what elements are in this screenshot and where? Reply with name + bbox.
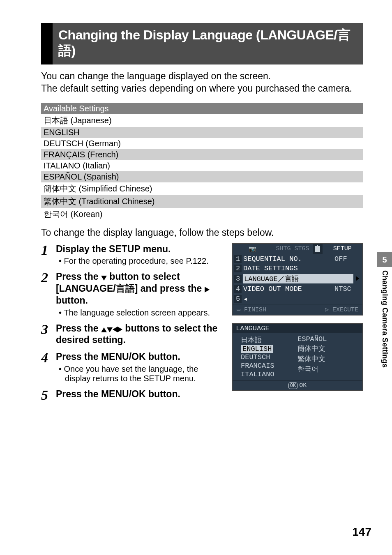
step-title: Press the button to select [LANGUAGE/言語]… <box>56 271 225 306</box>
chapter-label: Changing Camera Settings <box>380 270 389 368</box>
lcd-tab-setup: SETUP <box>323 244 362 254</box>
lcd-tab-camera-icon: 📷 <box>233 244 272 254</box>
settings-row: 簡体中文 (Simplified Chinese) <box>41 182 363 195</box>
settings-header: Available Settings <box>41 103 363 114</box>
chapter-number: 5 <box>377 252 392 267</box>
step-1: 1 Display the SETUP menu. • For the oper… <box>41 243 225 266</box>
settings-row: 繁体中文 (Traditional Chinese) <box>41 195 363 208</box>
step-number: 5 <box>41 388 56 402</box>
content-columns: 1 Display the SETUP menu. • For the oper… <box>41 243 363 407</box>
settings-row: ENGLISH <box>41 127 363 138</box>
step-number: 4 <box>41 351 56 383</box>
steps-column: 1 Display the SETUP menu. • For the oper… <box>41 243 225 407</box>
language-menu-screenshot: LANGUAGE 日本語 ENGLISH DEUTSCH FRANCAIS IT… <box>232 323 363 391</box>
right-arrow-icon <box>118 327 122 332</box>
step-title: Press the MENU/OK button. <box>56 351 225 363</box>
lang-option: DEUTSCH <box>241 353 297 362</box>
section-title: Changing the Display Language (LANGUAGE/… <box>53 23 363 64</box>
lcd-label: VIDEO OUT MODE <box>243 285 334 293</box>
lcd-idx: 1 <box>234 255 242 263</box>
down-arrow-icon <box>107 327 113 332</box>
settings-row: 日本語 (Japanese) <box>41 114 363 127</box>
up-arrow-icon <box>101 327 107 332</box>
ok-badge-icon: OK <box>288 382 297 389</box>
lcd-row: 2DATE SETTINGS <box>233 264 362 273</box>
settings-row: 한국어 (Korean) <box>41 208 363 221</box>
lcd-label: LANGUAGE／言語 <box>243 274 353 283</box>
step-sub: • Once you have set the language, the di… <box>56 364 225 383</box>
lcd2-footer: OKOK <box>233 380 362 390</box>
lcd-row: 5◂ <box>233 294 362 304</box>
title-accent-bar <box>41 23 53 64</box>
lcd2-header: LANGUAGE <box>233 324 362 333</box>
settings-row: DEUTSCH (German) <box>41 138 363 149</box>
lang-option: ESPAÑOL <box>297 335 354 343</box>
lcd-idx: 5 <box>234 295 242 303</box>
lcd-idx: 4 <box>234 285 242 293</box>
lcd-footer-left: ▭ FINISH <box>237 306 266 313</box>
side-chapter-tab: 5 Changing Camera Settings <box>377 252 392 368</box>
lcd2-grid: 日本語 ENGLISH DEUTSCH FRANCAIS ITALIANO ES… <box>233 333 362 380</box>
lang-option: 한국어 <box>297 364 354 374</box>
lcd-tab-shtg: SHTG STGS <box>272 244 312 254</box>
lcd-footer-right: ▷ EXECUTE <box>325 306 358 313</box>
step-text: Press the <box>56 323 101 334</box>
step-3: 3 Press the buttons to select the desire… <box>41 322 225 346</box>
step-text: Press the <box>56 271 101 282</box>
step-number: 1 <box>41 243 56 266</box>
step-number: 2 <box>41 271 56 317</box>
step-number: 3 <box>41 322 56 346</box>
lang-option-selected: ENGLISH <box>241 345 273 353</box>
settings-row: FRANÇAIS (French) <box>41 149 363 160</box>
intro-line-2: The default setting varies depending on … <box>41 83 352 94</box>
right-arrow-icon <box>205 287 210 292</box>
step-sub: • The language selection screen appears. <box>56 308 225 318</box>
down-arrow-icon <box>101 276 107 281</box>
lcd-label: DATE SETTINGS <box>243 265 334 272</box>
lcd-tab-tool-icon <box>313 244 323 254</box>
lcd-idx: 3 <box>234 275 242 283</box>
lcd-row-selected: 3LANGUAGE／言語 <box>233 273 362 284</box>
manual-page: Changing the Display Language (LANGUAGE/… <box>0 0 392 555</box>
intro-text: You can change the language displayed on… <box>41 70 363 95</box>
step-4: 4 Press the MENU/OK button. • Once you h… <box>41 351 225 383</box>
lang-col-2: ESPAÑOL 簡体中文 繁体中文 한국어 <box>297 335 354 379</box>
right-triangle-icon <box>356 276 359 281</box>
steps-lead: To change the display language, follow t… <box>41 227 363 238</box>
step-2: 2 Press the button to select [LANGUAGE/言… <box>41 271 225 317</box>
lcd-value: NTSC <box>334 285 359 293</box>
lcd-label: ◂ <box>243 295 359 303</box>
left-arrow-icon <box>113 327 118 332</box>
setup-menu-screenshot: 📷 SHTG STGS SETUP 1SEQUENTIAL NO.OFF 2DA… <box>232 243 363 315</box>
intro-line-1: You can change the language displayed on… <box>41 71 271 81</box>
hammer-icon <box>315 246 320 252</box>
settings-row: ESPAÑOL (Spanish) <box>41 171 363 182</box>
step-title: Press the MENU/OK button. <box>56 388 225 400</box>
lcd-footer: ▭ FINISH ▷ EXECUTE <box>233 304 362 315</box>
lang-option: ITALIANO <box>241 370 297 379</box>
lcd-tabs: 📷 SHTG STGS SETUP <box>233 244 362 254</box>
step-sub: • For the operating procedure, see P.122… <box>56 256 225 266</box>
lcd-row: 1SEQUENTIAL NO.OFF <box>233 254 362 264</box>
lang-col-1: 日本語 ENGLISH DEUTSCH FRANCAIS ITALIANO <box>241 335 297 379</box>
settings-row: ITALIANO (Italian) <box>41 160 363 171</box>
lang-option: FRANCAIS <box>241 362 297 370</box>
lcd-row: 4VIDEO OUT MODENTSC <box>233 284 362 294</box>
lang-option: 繁体中文 <box>297 354 354 364</box>
lcd-idx: 2 <box>234 265 242 272</box>
step-title: Press the buttons to select the desired … <box>56 322 225 346</box>
lcd-value: OFF <box>334 255 359 263</box>
lang-option <box>297 374 354 375</box>
step-title: Display the SETUP menu. <box>56 243 225 255</box>
screenshots-column: 📷 SHTG STGS SETUP 1SEQUENTIAL NO.OFF 2DA… <box>232 243 363 407</box>
available-settings-table: Available Settings 日本語 (Japanese) ENGLIS… <box>41 103 363 221</box>
lcd-label: SEQUENTIAL NO. <box>243 255 334 263</box>
lang-option: 簡体中文 <box>297 343 354 354</box>
page-number: 147 <box>352 525 371 539</box>
step-5: 5 Press the MENU/OK button. <box>41 388 225 402</box>
section-title-wrap: Changing the Display Language (LANGUAGE/… <box>41 23 363 64</box>
step-text: button. <box>56 295 88 306</box>
lang-option: 日本語 <box>241 335 297 345</box>
